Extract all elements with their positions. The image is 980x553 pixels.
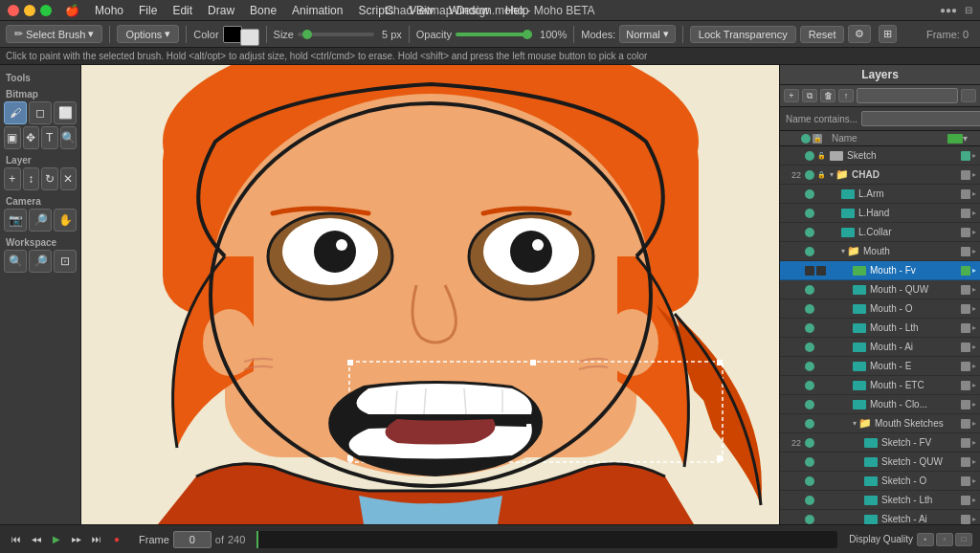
fill-tool[interactable]: ⬜ xyxy=(54,101,77,124)
select-tool[interactable]: ▣ xyxy=(4,126,21,149)
separator xyxy=(109,26,110,43)
search-input[interactable] xyxy=(861,111,980,126)
quality-med-icon[interactable]: ▫ xyxy=(936,533,953,546)
lock-icon xyxy=(816,457,826,467)
text-tool[interactable]: T xyxy=(41,126,58,149)
menu-animation[interactable]: Animation xyxy=(284,2,350,19)
layer-item-sketch-fv[interactable]: 22 Sketch - FV ▸ xyxy=(780,433,980,453)
layer-item-mouth-clo[interactable]: Mouth - Clo... ▸ xyxy=(780,395,980,414)
layer-item-sketch-ai[interactable]: Sketch - Ai ▸ xyxy=(780,510,980,524)
move-tool[interactable]: ✥ xyxy=(23,126,40,149)
duplicate-layer-button[interactable]: ⧉ xyxy=(802,89,817,102)
layer-options-button[interactable] xyxy=(961,89,976,102)
step-forward-button[interactable]: ▸▸ xyxy=(68,531,85,548)
fast-forward-button[interactable]: ⏭ xyxy=(88,531,105,548)
camera-tool[interactable]: 📷 xyxy=(4,209,27,232)
size-slider[interactable] xyxy=(298,33,374,36)
delete-layer-button[interactable]: 🗑 xyxy=(820,89,835,102)
menu-bone[interactable]: Bone xyxy=(242,2,284,19)
quality-high-icon[interactable]: □ xyxy=(955,533,972,546)
eyedropper-tool[interactable]: 🔍 xyxy=(60,126,78,149)
layer-item-mouth-folder[interactable]: ▾ 📁 Mouth ▸ xyxy=(780,242,980,261)
layer-item-mouth-e[interactable]: Mouth - E ▸ xyxy=(780,357,980,376)
menu-window[interactable]: Window xyxy=(441,2,498,19)
minimize-button[interactable] xyxy=(24,5,35,16)
zoom-camera-tool[interactable]: 🔎 xyxy=(29,209,52,232)
zoom-out-tool[interactable]: 🔎 xyxy=(29,250,52,273)
color-swatch[interactable] xyxy=(223,26,242,43)
menu-file[interactable]: File xyxy=(131,2,165,19)
layer-item-mouth-fv[interactable]: Mouth - Fv ▸ xyxy=(780,261,980,280)
eraser-tool[interactable]: ◻ xyxy=(29,101,52,124)
new-layer-button[interactable]: + xyxy=(784,89,799,102)
menu-edit[interactable]: Edit xyxy=(165,2,200,19)
layer-item-mouth-quw[interactable]: Mouth - QUW ▸ xyxy=(780,280,980,299)
layers-list[interactable]: 🔓 Sketch ▸ 22 🔒 ▾ 📁 CHAD ▸ xyxy=(780,146,980,524)
layer-search-bar[interactable] xyxy=(857,88,958,103)
layer-item-lcollar[interactable]: L.Collar ▸ xyxy=(780,223,980,242)
layer-item-mouth-o[interactable]: Mouth - O ▸ xyxy=(780,299,980,319)
layer-color-dot xyxy=(961,170,970,180)
layer-menu-icon: ▸ xyxy=(972,400,976,409)
fit-tool[interactable]: ⊡ xyxy=(54,250,77,273)
color-swatch-secondary[interactable] xyxy=(240,29,259,46)
layer-item-mouth-ai[interactable]: Mouth - Ai ▸ xyxy=(780,338,980,357)
size-knob[interactable] xyxy=(302,30,312,39)
layer-item-lhand[interactable]: L.Hand ▸ xyxy=(780,204,980,223)
delete-layer-tool[interactable]: ✕ xyxy=(60,167,78,190)
playhead[interactable] xyxy=(256,531,258,548)
layer-item-sketch[interactable]: 🔓 Sketch ▸ xyxy=(780,146,980,166)
layer-item-larm[interactable]: L.Arm ▸ xyxy=(780,185,980,204)
menu-moho[interactable]: Moho xyxy=(87,2,131,19)
rewind-button[interactable]: ⏮ xyxy=(8,531,25,548)
layer-item-sketch-o[interactable]: Sketch - O ▸ xyxy=(780,472,980,491)
layer-item-mouth-sketches[interactable]: ▾ 📁 Mouth Sketches ▸ xyxy=(780,414,980,433)
canvas-area[interactable] xyxy=(81,65,779,524)
lock-icon xyxy=(816,323,826,333)
layer-thumb xyxy=(841,189,855,199)
frame-input[interactable] xyxy=(173,531,212,548)
modes-dropdown[interactable]: Normal ▾ xyxy=(619,25,675,43)
close-button[interactable] xyxy=(8,5,19,16)
rotate-layer-tool[interactable]: ↻ xyxy=(41,167,58,190)
record-button[interactable]: ● xyxy=(108,531,125,548)
timeline-track[interactable] xyxy=(256,531,837,548)
window-controls-right: ●●● ⊟ xyxy=(940,5,972,15)
pan-camera-tool[interactable]: ✋ xyxy=(54,209,77,232)
lock-transparency-button[interactable]: Lock Transparency xyxy=(690,26,796,43)
menu-apple[interactable]: 🍎 xyxy=(57,2,87,19)
layer-color-dot xyxy=(961,285,970,295)
select-brush-button[interactable]: ✏ Select Brush ▾ xyxy=(6,25,102,43)
menu-help[interactable]: Help xyxy=(498,2,537,19)
layer-item-sketch-lth[interactable]: Sketch - Lth ▸ xyxy=(780,491,980,510)
reset-button[interactable]: Reset xyxy=(800,26,845,43)
layer-item-mouth-etc[interactable]: Mouth - ETC ▸ xyxy=(780,376,980,395)
layout-button[interactable]: ⊞ xyxy=(879,25,897,43)
vis-icon xyxy=(805,189,814,199)
zoom-in-tool[interactable]: 🔍 xyxy=(4,250,27,273)
menu-scripts[interactable]: Scripts xyxy=(350,2,401,19)
play-button[interactable]: ▶ xyxy=(48,531,65,548)
opacity-slider[interactable] xyxy=(456,33,532,36)
layer-item-sketch-quw[interactable]: Sketch - QUW ▸ xyxy=(780,453,980,472)
lock-icon xyxy=(816,343,826,352)
paint-brush-tool[interactable]: 🖌 xyxy=(4,101,27,124)
layer-item-chad[interactable]: 22 🔒 ▾ 📁 CHAD ▸ xyxy=(780,166,980,185)
menu-draw[interactable]: Draw xyxy=(200,2,242,19)
quality-low-icon[interactable]: ▪ xyxy=(917,533,934,546)
size-value: 5 px xyxy=(382,29,402,40)
add-layer-tool[interactable]: + xyxy=(4,167,21,190)
layer-menu-icon: ▸ xyxy=(972,362,976,370)
layer-menu-icon: ▸ xyxy=(972,381,976,389)
menu-view[interactable]: View xyxy=(401,2,441,19)
col-actions-header: ▾ xyxy=(963,133,976,144)
opacity-knob[interactable] xyxy=(523,30,532,39)
move-layer-tool[interactable]: ↕ xyxy=(23,167,40,190)
vis-icon xyxy=(805,400,814,409)
step-back-button[interactable]: ◂◂ xyxy=(28,531,45,548)
maximize-button[interactable] xyxy=(40,5,52,16)
move-layer-up-button[interactable]: ↑ xyxy=(838,89,854,102)
options-button[interactable]: Options ▾ xyxy=(117,25,179,43)
layer-item-mouth-lth[interactable]: Mouth - Lth ▸ xyxy=(780,319,980,338)
settings-button[interactable]: ⚙ xyxy=(848,25,871,43)
